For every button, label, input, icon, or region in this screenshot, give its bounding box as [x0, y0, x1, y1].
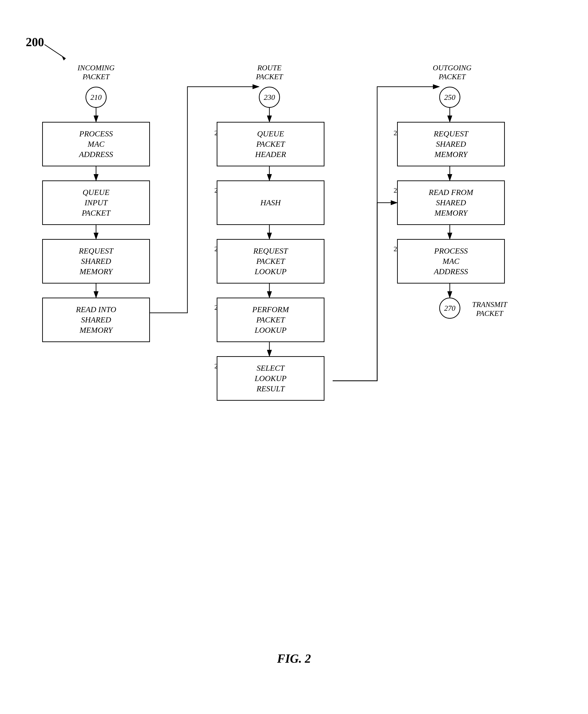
box-243: REQUESTPACKETLOOKUP	[217, 239, 324, 284]
box-223: REQUESTSHAREDMEMORY	[42, 239, 150, 284]
box-222: QUEUEINPUTPACKET	[42, 181, 150, 225]
circle-230: 230	[259, 87, 280, 108]
box-221: PROCESSMACADDRESS	[42, 122, 150, 166]
box-245: SELECTLOOKUPRESULT	[217, 356, 324, 401]
box-246: PERFORMPACKETLOOKUP	[217, 298, 324, 342]
box-263: PROCESSMACADDRESS	[397, 239, 505, 284]
circle-210: 210	[85, 87, 107, 108]
box-262: READ FROMSHAREDMEMORY	[397, 181, 505, 225]
circle-250: 250	[439, 87, 460, 108]
circle-270: 270	[439, 298, 460, 319]
box-224: READ INTOSHAREDMEMORY	[42, 298, 150, 342]
box-241: QUEUEPACKETHEADER	[217, 122, 324, 166]
box-242: HASH	[217, 181, 324, 225]
diagram-container: 200 INCOMINGPACKET 210 221 PROCESSMACADD…	[19, 35, 569, 679]
box-261: REQUESTSHAREDMEMORY	[397, 122, 505, 166]
